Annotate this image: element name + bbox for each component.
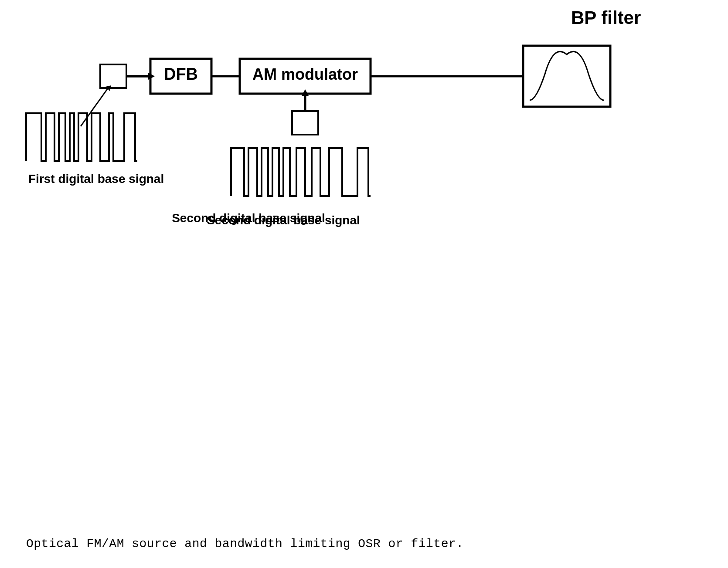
svg-rect-11 (292, 111, 318, 135)
svg-rect-6 (100, 64, 126, 88)
second-signal-text: Second digital base signal (207, 213, 360, 227)
diagram-container: BP filter DFB AM modulator First digital (0, 0, 728, 568)
svg-line-9 (81, 88, 108, 126)
bp-filter-label: BP filter (571, 7, 641, 28)
first-signal-label: First digital base signal (28, 172, 164, 186)
am-modulator-label: AM modulator (252, 65, 358, 83)
caption-text: Optical FM/AM source and bandwidth limit… (26, 537, 464, 551)
dfb-label: DFB (164, 65, 198, 83)
